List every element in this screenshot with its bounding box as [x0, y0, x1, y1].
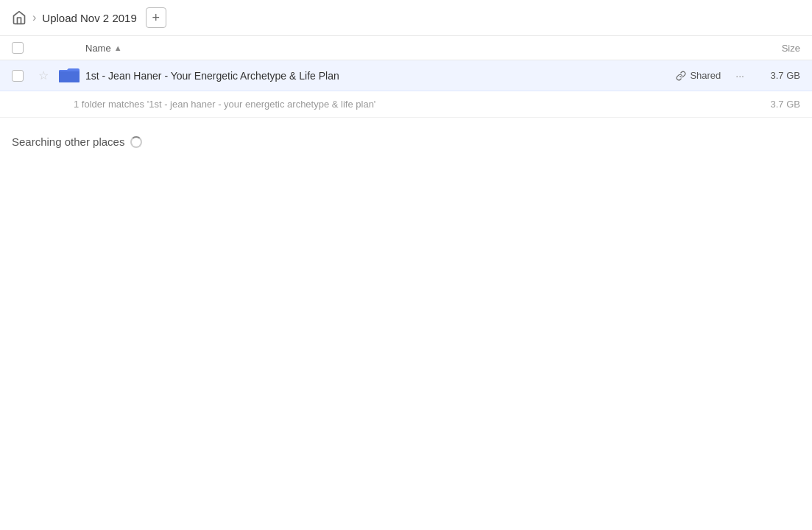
summary-row: 1 folder matches '1st - jean haner - you…: [0, 91, 812, 118]
star-icon[interactable]: ☆: [38, 69, 49, 82]
folder-icon-cell: [59, 66, 85, 85]
row-checkbox[interactable]: [12, 70, 24, 82]
column-headers: Name ▲ Size: [0, 36, 812, 60]
breadcrumb-title: Upload Nov 2 2019: [42, 12, 136, 24]
file-row[interactable]: ☆ 1st - Jean Haner - Your Energetic Arch…: [0, 60, 812, 91]
row-checkbox-cell[interactable]: [12, 70, 38, 82]
file-size: 3.7 GB: [756, 70, 800, 81]
name-column-header[interactable]: Name ▲: [85, 43, 741, 54]
searching-label: Searching other places: [12, 135, 124, 148]
sort-arrow-icon: ▲: [114, 43, 122, 52]
file-name: 1st - Jean Haner - Your Energetic Archet…: [85, 70, 676, 82]
searching-section: Searching other places: [0, 118, 812, 157]
svg-rect-1: [59, 71, 80, 82]
more-options-button[interactable]: ···: [732, 67, 747, 85]
shared-label: Shared: [690, 70, 721, 81]
loading-spinner: [130, 136, 142, 148]
select-all-checkbox[interactable]: [12, 42, 24, 54]
summary-size: 3.7 GB: [771, 99, 800, 110]
folder-icon: [59, 66, 80, 82]
breadcrumb-bar: › Upload Nov 2 2019 +: [0, 0, 812, 36]
link-icon: [676, 71, 686, 81]
size-column-header: Size: [741, 43, 800, 54]
summary-text: 1 folder matches '1st - jean haner - you…: [74, 99, 375, 110]
breadcrumb-separator: ›: [32, 11, 36, 24]
star-cell[interactable]: ☆: [38, 68, 59, 82]
shared-badge: Shared: [676, 70, 721, 81]
add-button[interactable]: +: [146, 7, 166, 28]
home-button[interactable]: [12, 10, 27, 25]
